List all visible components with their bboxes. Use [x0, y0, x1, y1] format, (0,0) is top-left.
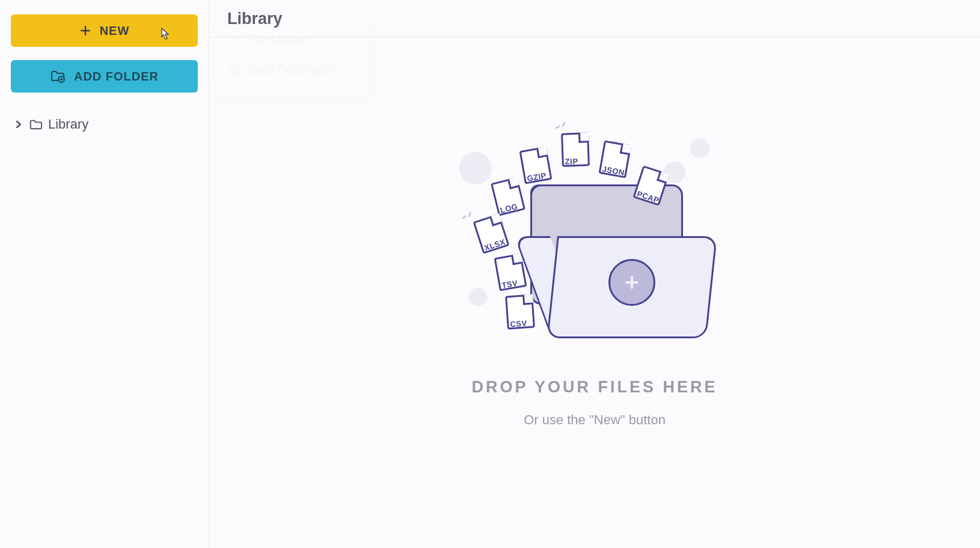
folder-tree: Library: [11, 106, 198, 132]
tree-item-label: Library: [48, 117, 88, 132]
file-type-label: TSV: [501, 278, 518, 290]
pointer-cursor-icon: [161, 28, 171, 41]
file-type-label: LOG: [499, 201, 518, 215]
tree-item-library[interactable]: Library: [14, 117, 194, 132]
main-panel: Library GZIP ZIP JSON PCAP LOG XLSX TSV …: [209, 0, 980, 548]
dropzone-illustration: GZIP ZIP JSON PCAP LOG XLSX TSV CSV: [465, 122, 724, 362]
dropzone-subtitle: Or use the "New" button: [524, 412, 666, 428]
file-type-label: CSV: [510, 318, 527, 329]
sidebar: NEW ADD FOLDER Library: [0, 0, 209, 548]
page-title: Library: [227, 10, 962, 28]
main-header: Library: [209, 0, 980, 37]
file-type-label: XLSX: [483, 237, 507, 252]
plus-icon: [79, 25, 91, 37]
dropzone-title: DROP YOUR FILES HERE: [471, 378, 717, 397]
file-type-label: GZIP: [526, 171, 547, 183]
add-folder-button[interactable]: ADD FOLDER: [11, 60, 198, 93]
add-circle-icon: [608, 259, 655, 306]
new-button-label: NEW: [100, 24, 130, 38]
chevron-right-icon: [14, 120, 23, 129]
dropzone[interactable]: GZIP ZIP JSON PCAP LOG XLSX TSV CSV DROP…: [209, 37, 980, 548]
folder-icon: [29, 118, 42, 130]
folder-add-icon: [50, 69, 66, 84]
file-type-label: ZIP: [565, 156, 578, 166]
file-type-label: JSON: [602, 164, 625, 177]
add-folder-button-label: ADD FOLDER: [74, 70, 159, 84]
